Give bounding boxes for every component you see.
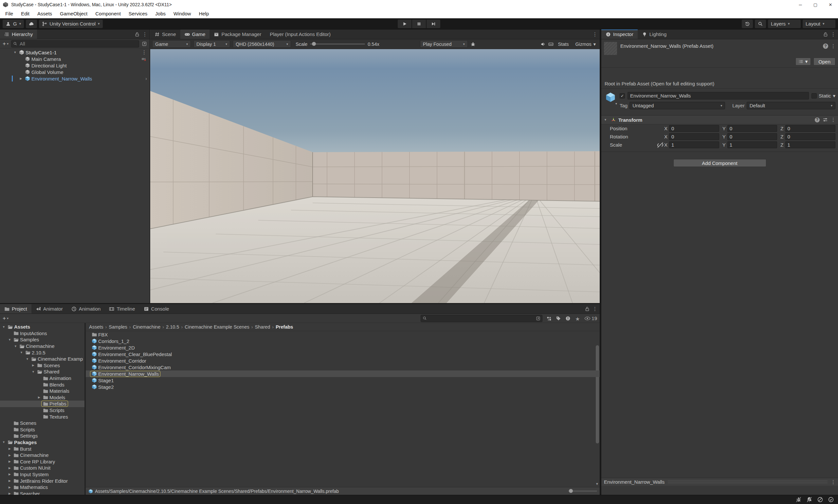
menu-item-help[interactable]: Help [195,9,213,18]
open-prefab-button[interactable]: Open [814,58,835,66]
project-tree-item-scripts[interactable]: Scripts [0,407,85,414]
project-tree-item-blends[interactable]: Blends [0,381,85,388]
project-tree-item-cinemachine[interactable]: ▶Cinemachine [0,452,85,458]
scale-slider[interactable] [310,43,365,44]
link-scale-icon[interactable] [656,141,664,149]
transform-component-header[interactable]: ▼ Transform ? ⋮ [601,115,838,124]
resolution-dropdown[interactable]: QHD (2560x1440) ▾ [233,40,291,48]
tag-dropdown[interactable]: Untagged ▾ [629,102,725,109]
menu-item-services[interactable]: Services [125,9,151,18]
project-tree-item-packages[interactable]: ▼Packages [0,439,85,446]
foldout-closed-icon[interactable]: ▶ [7,486,12,489]
favorites-star-icon[interactable]: ★ [575,316,580,321]
progress-done-icon[interactable] [828,497,834,503]
foldout-closed-icon[interactable]: ▶ [18,77,23,80]
kebab-menu-icon[interactable]: ⋮ [592,306,597,312]
project-tree-item-2-10-5[interactable]: ▼2.10.5 [0,349,85,356]
hierarchy-search-input[interactable] [19,40,137,47]
menu-item-window[interactable]: Window [170,9,195,18]
project-tree-item-scenes[interactable]: ▶Scenes [0,362,85,369]
asset-label-bar[interactable]: Environment_Narrow_Walls ⋮ [601,478,838,486]
thumbnail-size-knob[interactable] [569,489,573,493]
tab-animation[interactable]: Animation [67,304,105,313]
menu-item-gameobject[interactable]: GameObject [56,9,91,18]
search-by-label-icon[interactable] [556,316,561,321]
properties-menu-button[interactable]: ▾ [796,58,811,66]
file-item-environment-corridor[interactable]: Environment_Corridor [86,357,600,364]
tab-package-manager[interactable]: Package Manager [210,30,266,39]
layer-dropdown[interactable]: Default ▾ [747,102,835,109]
foldout-closed-icon[interactable]: ▶ [37,396,41,399]
rotation-x-field[interactable] [669,133,719,140]
project-tree-item-core-rp-library[interactable]: ▶Core RP Library [0,458,85,465]
open-prefab-chevron-icon[interactable]: › [145,76,147,81]
layers-dropdown[interactable]: Layers ▾ [768,20,801,28]
presets-icon[interactable] [823,117,828,122]
project-search[interactable] [421,315,542,322]
foldout-closed-icon[interactable]: ▶ [7,454,12,457]
notifications-disabled-icon[interactable] [806,497,813,503]
debugger-disabled-icon[interactable] [796,497,802,503]
foldout-closed-icon[interactable]: ▶ [7,479,12,482]
project-tree-item-textures[interactable]: Textures [0,413,85,420]
debug-bug-icon[interactable] [470,41,476,47]
hierarchy-search[interactable] [11,40,139,48]
project-search-input[interactable] [428,315,534,321]
menu-item-file[interactable]: File [1,9,17,18]
foldout-closed-icon[interactable]: ▶ [7,466,12,470]
tab-lighting[interactable]: Lighting [638,30,671,39]
hierarchy-item-environment-narrow-walls[interactable]: ▶Environment_Narrow_Walls› [0,75,149,82]
scale-z-field[interactable] [785,141,836,148]
project-tree-item-burst[interactable]: ▶Burst [0,446,85,452]
project-tree-item-prefabs[interactable]: Prefabs [0,400,85,407]
breadcrumb-cinemachine-example-scenes[interactable]: Cinemachine Example Scenes [185,324,249,329]
menu-item-component[interactable]: Component [91,9,125,18]
project-tree-item-assets[interactable]: ▼Assets [0,324,85,330]
help-icon[interactable]: ? [815,118,820,122]
mute-audio-icon[interactable] [540,41,546,47]
account-button[interactable]: G ▾ [3,20,24,28]
unimported-assets-icon[interactable] [565,316,571,321]
foldout-open-icon[interactable]: ▼ [25,357,30,361]
position-x-field[interactable] [669,125,719,132]
position-y-field[interactable] [727,125,778,132]
project-tree-item-models[interactable]: ▶Models [0,394,85,401]
scale-slider-knob[interactable] [312,42,316,46]
foldout-open-icon[interactable]: ▼ [1,325,6,328]
foldout-open-icon[interactable]: ▼ [7,338,12,341]
menu-item-assets[interactable]: Assets [33,9,56,18]
auto-refresh-disabled-icon[interactable] [817,497,823,503]
foldout-closed-icon[interactable]: ▶ [31,364,36,367]
breadcrumb-prefabs[interactable]: Prefabs [275,324,293,329]
undo-history-button[interactable] [742,20,753,28]
gizmos-dropdown[interactable]: Gizmos ▾ [573,40,598,48]
hierarchy-item-main-camera[interactable]: Main Camera [0,56,149,62]
static-checkbox[interactable] [812,93,817,98]
search-by-type-icon[interactable] [546,316,552,321]
kebab-menu-icon[interactable]: ⋮ [831,43,835,49]
project-tree-item-animation[interactable]: Animation [0,375,85,382]
tab-timeline[interactable]: Timeline [105,304,139,313]
file-item-environment-corridormixingcam[interactable]: Environment_CorridorMixingCam [86,364,600,371]
foldout-closed-icon[interactable]: ▶ [7,460,12,463]
create-button[interactable]: + ▾ [3,40,8,47]
lock-icon[interactable] [135,32,140,37]
foldout-open-icon[interactable]: ▼ [13,51,18,54]
project-tree-item-inputactions[interactable]: InputActions [0,330,85,337]
file-item-environment-2d[interactable]: Environment_2D [86,344,600,351]
file-item-environment-clear-bluepedestal[interactable]: Environment_Clear_BluePedestal [86,351,600,357]
tab-console[interactable]: Console [140,304,174,313]
breadcrumb-cinemachine[interactable]: Cinemachine [133,324,161,329]
foldout-closed-icon[interactable]: ▶ [7,447,12,450]
lock-icon[interactable] [823,32,828,37]
foldout-closed-icon[interactable]: ▶ [7,492,12,495]
breadcrumb-assets[interactable]: Assets [89,324,104,329]
foldout-closed-icon[interactable]: ▶ [7,472,12,476]
gameobject-name-field[interactable] [627,92,809,100]
kebab-menu-icon[interactable]: ⋮ [831,117,835,123]
drag-handle[interactable] [668,481,827,483]
project-tree-item-mathematics[interactable]: ▶Mathematics [0,484,85,490]
step-button[interactable] [427,20,440,28]
breadcrumb-shared[interactable]: Shared [255,324,270,329]
file-item-environment-narrow-walls[interactable]: Environment_Narrow_Walls [86,371,600,377]
